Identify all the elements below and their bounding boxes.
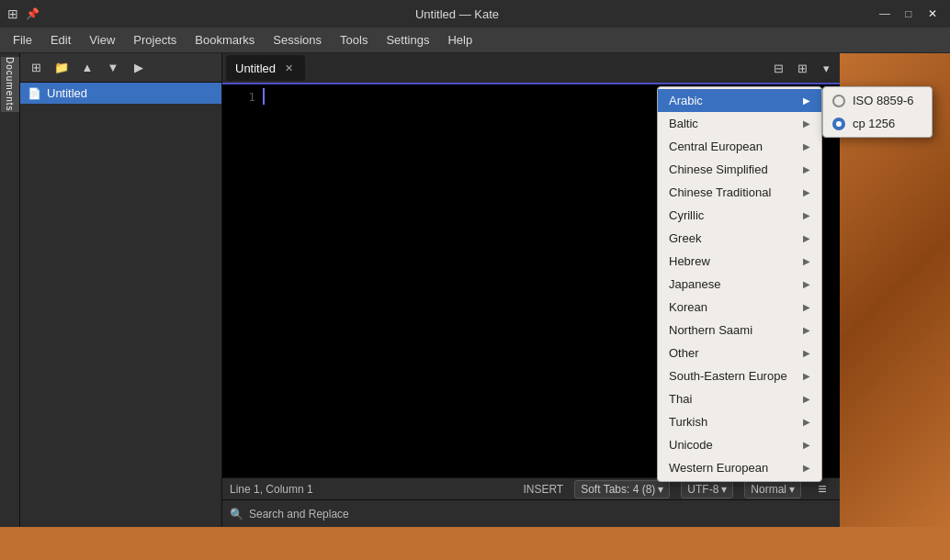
tab-bar-right: ⊟ ⊞ ▾ — [764, 53, 840, 83]
tab-bar-area: Untitled ✕ ⊟ ⊞ ▾ — [222, 53, 840, 83]
line-numbers: 1 — [222, 83, 259, 112]
dropdown-item-south-eastern-europe[interactable]: South-Eastern Europe ▶ — [658, 364, 821, 387]
tab-label-untitled: Untitled — [235, 62, 276, 75]
app-icon: ⊞ — [7, 6, 18, 21]
dropdown-item-cyrillic-chevron: ▶ — [803, 210, 810, 220]
menu-view[interactable]: View — [80, 29, 124, 50]
status-mode-text: INSERT — [523, 483, 563, 496]
dropdown-item-central-european-chevron: ▶ — [803, 141, 810, 151]
encoding-dropdown-menu: Arabic ▶ Baltic ▶ Central European ▶ Chi… — [657, 86, 822, 482]
dropdown-item-turkish-chevron: ▶ — [803, 417, 810, 427]
submenu-item-iso8859-6[interactable]: ISO 8859-6 — [823, 89, 932, 112]
split-view-button[interactable]: ⊟ — [768, 58, 788, 78]
menu-edit[interactable]: Edit — [41, 29, 80, 50]
search-bar: 🔍 Search and Replace — [222, 499, 840, 527]
dropdown-item-arabic[interactable]: Arabic ▶ — [658, 89, 821, 112]
status-tabs-dropdown[interactable]: Soft Tabs: 4 (8) ▾ — [574, 480, 670, 498]
status-encoding-dropdown[interactable]: UTF-8 ▾ — [681, 480, 733, 498]
dropdown-item-hebrew[interactable]: Hebrew ▶ — [658, 250, 821, 273]
dropdown-item-other[interactable]: Other ▶ — [658, 342, 821, 364]
submenu-item-cp1256[interactable]: cp 1256 — [823, 112, 932, 135]
dropdown-item-baltic[interactable]: Baltic ▶ — [658, 112, 821, 135]
menu-help[interactable]: Help — [438, 29, 481, 50]
split-view-grid-button[interactable]: ⊞ — [792, 58, 812, 78]
maximize-button[interactable]: □ — [899, 4, 919, 24]
menu-projects[interactable]: Projects — [124, 29, 186, 50]
file-list: 📄 Untitled — [20, 83, 221, 527]
status-line-ending-dropdown[interactable]: Normal ▾ — [744, 480, 801, 498]
radio-iso8859-6 — [832, 95, 845, 107]
menu-file[interactable]: File — [4, 29, 41, 50]
dropdown-item-arabic-chevron: ▶ — [803, 95, 810, 106]
editor-top-border — [222, 83, 840, 84]
menu-bar: File Edit View Projects Bookmarks Sessio… — [0, 28, 950, 53]
status-encoding-chevron: ▾ — [721, 483, 727, 496]
menu-sessions[interactable]: Sessions — [264, 29, 331, 50]
dropdown-item-greek-chevron: ▶ — [803, 233, 810, 243]
dropdown-item-chinese-simplified-label: Chinese Simplified — [669, 162, 768, 176]
dropdown-item-japanese[interactable]: Japanese ▶ — [658, 273, 821, 296]
menu-bookmarks[interactable]: Bookmarks — [186, 29, 264, 50]
file-item-untitled[interactable]: 📄 Untitled — [20, 83, 221, 104]
search-label: Search and Replace — [249, 508, 349, 521]
radio-cp1256 — [832, 118, 845, 130]
dropdown-item-thai-label: Thai — [669, 392, 692, 406]
menu-tools[interactable]: Tools — [331, 29, 377, 50]
dropdown-item-western-european[interactable]: Western European ▶ — [658, 456, 821, 479]
dropdown-item-turkish-label: Turkish — [669, 415, 707, 429]
dropdown-item-baltic-chevron: ▶ — [803, 118, 810, 129]
submenu-label-iso8859-6: ISO 8859-6 — [853, 94, 914, 107]
dropdown-item-south-eastern-europe-chevron: ▶ — [803, 371, 810, 381]
app-pin-icon: 📌 — [26, 7, 40, 20]
tab-close-untitled[interactable]: ✕ — [281, 61, 296, 75]
dropdown-item-unicode[interactable]: Unicode ▶ — [658, 433, 821, 456]
dropdown-item-central-european-label: Central European — [669, 140, 763, 153]
sidebar-documents-icon[interactable]: Documents — [1, 57, 19, 112]
dropdown-item-western-european-label: Western European — [669, 461, 768, 475]
dropdown-item-cyrillic[interactable]: Cyrillic ▶ — [658, 204, 821, 227]
menu-settings[interactable]: Settings — [377, 29, 438, 50]
arabic-submenu: ISO 8859-6 cp 1256 — [822, 86, 933, 138]
dropdown-item-western-european-chevron: ▶ — [803, 463, 810, 473]
close-button[interactable]: ✕ — [922, 4, 943, 24]
window-title: Untitled — Kate — [415, 7, 499, 21]
nav-down-button[interactable]: ▼ — [101, 56, 125, 80]
dropdown-item-greek[interactable]: Greek ▶ — [658, 227, 821, 250]
file-panel-toolbar: ⊞ 📁 ▲ ▼ ▶ — [20, 53, 221, 83]
dropdown-item-hebrew-label: Hebrew — [669, 254, 710, 268]
dropdown-item-turkish[interactable]: Turkish ▶ — [658, 410, 821, 433]
dropdown-item-other-label: Other — [669, 346, 699, 360]
new-tab-button[interactable]: ⊞ — [24, 56, 48, 80]
nav-up-button[interactable]: ▲ — [75, 56, 99, 80]
dropdown-item-arabic-label: Arabic — [669, 94, 703, 107]
dropdown-item-unicode-label: Unicode — [669, 438, 713, 452]
dropdown-item-chinese-traditional-label: Chinese Traditional — [669, 185, 771, 199]
status-tabs-text: Soft Tabs: 4 (8) — [581, 483, 655, 496]
dropdown-item-korean-label: Korean — [669, 300, 707, 314]
tab-more-button[interactable]: ▾ — [816, 58, 836, 78]
title-bar-left: ⊞ 📌 — [7, 6, 40, 21]
minimize-button[interactable]: — — [875, 4, 895, 24]
dropdown-item-korean-chevron: ▶ — [803, 302, 810, 312]
title-bar: ⊞ 📌 Untitled — Kate — □ ✕ — [0, 0, 950, 28]
dropdown-item-chinese-simplified[interactable]: Chinese Simplified ▶ — [658, 158, 821, 181]
dropdown-item-korean[interactable]: Korean ▶ — [658, 296, 821, 319]
file-name-untitled: Untitled — [47, 86, 87, 100]
submenu-label-cp1256: cp 1256 — [853, 117, 895, 130]
tab-untitled[interactable]: Untitled ✕ — [226, 55, 305, 81]
line-number-1: 1 — [226, 88, 255, 106]
dropdown-item-greek-label: Greek — [669, 231, 701, 245]
dropdown-item-central-european[interactable]: Central European ▶ — [658, 135, 821, 158]
dropdown-item-chinese-traditional[interactable]: Chinese Traditional ▶ — [658, 181, 821, 204]
status-encoding-text: UTF-8 — [687, 483, 718, 496]
nav-forward-button[interactable]: ▶ — [127, 56, 151, 80]
dropdown-item-cyrillic-label: Cyrillic — [669, 208, 704, 222]
dropdown-item-chinese-traditional-chevron: ▶ — [803, 187, 810, 197]
dropdown-item-northern-saami[interactable]: Northern Saami ▶ — [658, 319, 821, 342]
dropdown-item-south-eastern-europe-label: South-Eastern Europe — [669, 369, 787, 383]
open-folder-button[interactable]: 📁 — [50, 56, 74, 80]
status-mode: INSERT — [523, 483, 563, 496]
dropdown-item-thai[interactable]: Thai ▶ — [658, 387, 821, 410]
file-icon-untitled: 📄 — [28, 87, 41, 100]
dropdown-item-chinese-simplified-chevron: ▶ — [803, 164, 810, 174]
